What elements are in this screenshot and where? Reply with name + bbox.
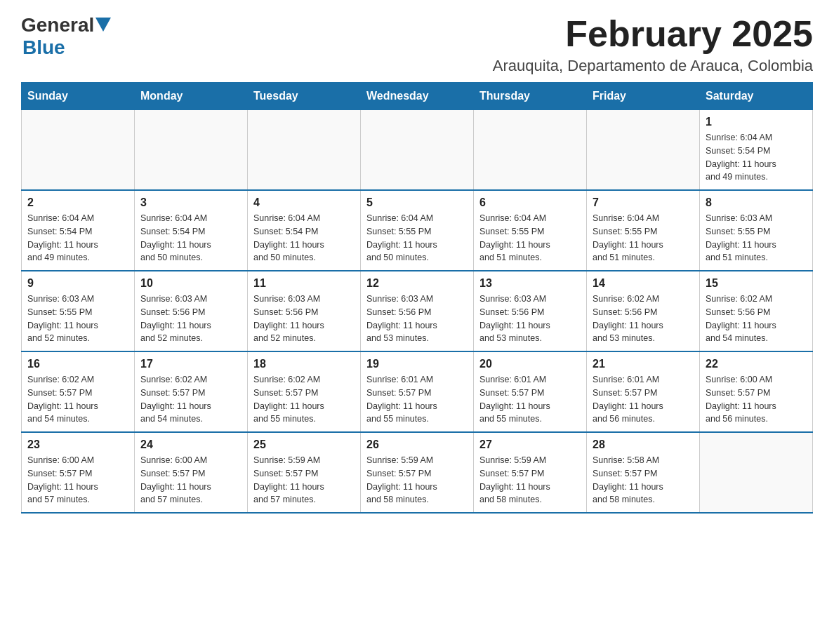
calendar-cell: 5Sunrise: 6:04 AM Sunset: 5:55 PM Daylig… bbox=[361, 190, 474, 271]
calendar-cell: 6Sunrise: 6:04 AM Sunset: 5:55 PM Daylig… bbox=[474, 190, 587, 271]
calendar-cell: 14Sunrise: 6:02 AM Sunset: 5:56 PM Dayli… bbox=[587, 271, 700, 351]
calendar-cell: 22Sunrise: 6:00 AM Sunset: 5:57 PM Dayli… bbox=[700, 351, 813, 432]
day-info: Sunrise: 6:00 AM Sunset: 5:57 PM Dayligh… bbox=[140, 454, 241, 507]
calendar-cell: 3Sunrise: 6:04 AM Sunset: 5:54 PM Daylig… bbox=[135, 190, 248, 271]
day-info: Sunrise: 6:04 AM Sunset: 5:54 PM Dayligh… bbox=[706, 131, 807, 184]
day-number: 8 bbox=[706, 196, 807, 209]
day-info: Sunrise: 6:01 AM Sunset: 5:57 PM Dayligh… bbox=[479, 373, 581, 426]
day-info: Sunrise: 6:00 AM Sunset: 5:57 PM Dayligh… bbox=[706, 373, 807, 426]
day-number: 28 bbox=[593, 438, 694, 451]
calendar-week-row: 16Sunrise: 6:02 AM Sunset: 5:57 PM Dayli… bbox=[22, 351, 813, 432]
day-number: 17 bbox=[140, 358, 241, 370]
day-number: 3 bbox=[140, 196, 241, 209]
day-number: 23 bbox=[27, 438, 128, 451]
day-number: 7 bbox=[593, 196, 694, 209]
logo-arrow-icon bbox=[95, 18, 111, 32]
day-info: Sunrise: 6:03 AM Sunset: 5:55 PM Dayligh… bbox=[27, 293, 128, 345]
day-number: 19 bbox=[366, 358, 468, 370]
day-info: Sunrise: 5:59 AM Sunset: 5:57 PM Dayligh… bbox=[366, 454, 468, 507]
calendar-cell: 25Sunrise: 5:59 AM Sunset: 5:57 PM Dayli… bbox=[248, 432, 361, 513]
weekday-header-tuesday: Tuesday bbox=[248, 83, 361, 110]
day-info: Sunrise: 6:03 AM Sunset: 5:56 PM Dayligh… bbox=[253, 293, 355, 345]
calendar-week-row: 1Sunrise: 6:04 AM Sunset: 5:54 PM Daylig… bbox=[22, 110, 813, 191]
calendar-cell bbox=[587, 110, 700, 191]
calendar-cell bbox=[700, 432, 813, 513]
day-info: Sunrise: 6:04 AM Sunset: 5:55 PM Dayligh… bbox=[593, 212, 694, 264]
calendar-cell: 24Sunrise: 6:00 AM Sunset: 5:57 PM Dayli… bbox=[135, 432, 248, 513]
day-info: Sunrise: 6:03 AM Sunset: 5:56 PM Dayligh… bbox=[140, 293, 241, 345]
day-number: 16 bbox=[27, 358, 128, 370]
day-info: Sunrise: 6:02 AM Sunset: 5:57 PM Dayligh… bbox=[140, 373, 241, 426]
calendar-cell bbox=[361, 110, 474, 191]
day-info: Sunrise: 5:59 AM Sunset: 5:57 PM Dayligh… bbox=[479, 454, 581, 507]
day-number: 10 bbox=[140, 277, 241, 290]
day-number: 9 bbox=[27, 277, 128, 290]
day-info: Sunrise: 6:01 AM Sunset: 5:57 PM Dayligh… bbox=[593, 373, 694, 426]
calendar-cell: 11Sunrise: 6:03 AM Sunset: 5:56 PM Dayli… bbox=[248, 271, 361, 351]
calendar-cell: 9Sunrise: 6:03 AM Sunset: 5:55 PM Daylig… bbox=[22, 271, 135, 351]
day-number: 2 bbox=[27, 196, 128, 209]
day-number: 13 bbox=[479, 277, 581, 290]
logo-blue-text: Blue bbox=[22, 36, 65, 59]
calendar-week-row: 9Sunrise: 6:03 AM Sunset: 5:55 PM Daylig… bbox=[22, 271, 813, 351]
day-info: Sunrise: 6:00 AM Sunset: 5:57 PM Dayligh… bbox=[27, 454, 128, 507]
svg-marker-0 bbox=[95, 18, 111, 32]
calendar-header-row: SundayMondayTuesdayWednesdayThursdayFrid… bbox=[22, 83, 813, 110]
calendar-cell: 12Sunrise: 6:03 AM Sunset: 5:56 PM Dayli… bbox=[361, 271, 474, 351]
day-number: 20 bbox=[479, 358, 581, 370]
day-number: 18 bbox=[253, 358, 355, 370]
day-info: Sunrise: 6:03 AM Sunset: 5:55 PM Dayligh… bbox=[706, 212, 807, 264]
day-number: 15 bbox=[706, 277, 807, 290]
day-info: Sunrise: 6:01 AM Sunset: 5:57 PM Dayligh… bbox=[366, 373, 468, 426]
calendar-cell: 15Sunrise: 6:02 AM Sunset: 5:56 PM Dayli… bbox=[700, 271, 813, 351]
calendar-cell bbox=[22, 110, 135, 191]
calendar-cell: 28Sunrise: 5:58 AM Sunset: 5:57 PM Dayli… bbox=[587, 432, 700, 513]
calendar-cell: 20Sunrise: 6:01 AM Sunset: 5:57 PM Dayli… bbox=[474, 351, 587, 432]
calendar-cell: 17Sunrise: 6:02 AM Sunset: 5:57 PM Dayli… bbox=[135, 351, 248, 432]
calendar-cell: 13Sunrise: 6:03 AM Sunset: 5:56 PM Dayli… bbox=[474, 271, 587, 351]
calendar-cell: 27Sunrise: 5:59 AM Sunset: 5:57 PM Dayli… bbox=[474, 432, 587, 513]
calendar-week-row: 23Sunrise: 6:00 AM Sunset: 5:57 PM Dayli… bbox=[22, 432, 813, 513]
day-number: 24 bbox=[140, 438, 241, 451]
calendar-cell: 2Sunrise: 6:04 AM Sunset: 5:54 PM Daylig… bbox=[22, 190, 135, 271]
day-info: Sunrise: 5:59 AM Sunset: 5:57 PM Dayligh… bbox=[253, 454, 355, 507]
calendar-cell: 16Sunrise: 6:02 AM Sunset: 5:57 PM Dayli… bbox=[22, 351, 135, 432]
weekday-header-friday: Friday bbox=[587, 83, 700, 110]
calendar-cell: 10Sunrise: 6:03 AM Sunset: 5:56 PM Dayli… bbox=[135, 271, 248, 351]
logo: General Blue bbox=[21, 14, 111, 59]
calendar-cell: 21Sunrise: 6:01 AM Sunset: 5:57 PM Dayli… bbox=[587, 351, 700, 432]
day-info: Sunrise: 6:04 AM Sunset: 5:55 PM Dayligh… bbox=[479, 212, 581, 264]
logo-general-text: General bbox=[21, 14, 94, 36]
weekday-header-saturday: Saturday bbox=[700, 83, 813, 110]
day-info: Sunrise: 6:04 AM Sunset: 5:55 PM Dayligh… bbox=[366, 212, 468, 264]
calendar-week-row: 2Sunrise: 6:04 AM Sunset: 5:54 PM Daylig… bbox=[22, 190, 813, 271]
weekday-header-monday: Monday bbox=[135, 83, 248, 110]
day-info: Sunrise: 6:02 AM Sunset: 5:56 PM Dayligh… bbox=[593, 293, 694, 345]
day-info: Sunrise: 6:02 AM Sunset: 5:57 PM Dayligh… bbox=[27, 373, 128, 426]
day-number: 27 bbox=[479, 438, 581, 451]
page-subtitle: Arauquita, Departamento de Arauca, Colom… bbox=[493, 57, 813, 75]
day-number: 22 bbox=[706, 358, 807, 370]
day-info: Sunrise: 5:58 AM Sunset: 5:57 PM Dayligh… bbox=[593, 454, 694, 507]
day-number: 1 bbox=[706, 116, 807, 128]
calendar-cell: 4Sunrise: 6:04 AM Sunset: 5:54 PM Daylig… bbox=[248, 190, 361, 271]
weekday-header-wednesday: Wednesday bbox=[361, 83, 474, 110]
day-info: Sunrise: 6:02 AM Sunset: 5:57 PM Dayligh… bbox=[253, 373, 355, 426]
day-info: Sunrise: 6:03 AM Sunset: 5:56 PM Dayligh… bbox=[479, 293, 581, 345]
day-info: Sunrise: 6:03 AM Sunset: 5:56 PM Dayligh… bbox=[366, 293, 468, 345]
calendar-cell: 18Sunrise: 6:02 AM Sunset: 5:57 PM Dayli… bbox=[248, 351, 361, 432]
calendar-cell: 26Sunrise: 5:59 AM Sunset: 5:57 PM Dayli… bbox=[361, 432, 474, 513]
day-info: Sunrise: 6:04 AM Sunset: 5:54 PM Dayligh… bbox=[27, 212, 128, 264]
day-info: Sunrise: 6:02 AM Sunset: 5:56 PM Dayligh… bbox=[706, 293, 807, 345]
calendar-cell: 19Sunrise: 6:01 AM Sunset: 5:57 PM Dayli… bbox=[361, 351, 474, 432]
day-number: 26 bbox=[366, 438, 468, 451]
page-title: February 2025 bbox=[493, 14, 813, 54]
day-info: Sunrise: 6:04 AM Sunset: 5:54 PM Dayligh… bbox=[253, 212, 355, 264]
calendar-cell bbox=[474, 110, 587, 191]
day-number: 5 bbox=[366, 196, 468, 209]
day-info: Sunrise: 6:04 AM Sunset: 5:54 PM Dayligh… bbox=[140, 212, 241, 264]
calendar-cell bbox=[248, 110, 361, 191]
calendar-cell bbox=[135, 110, 248, 191]
day-number: 4 bbox=[253, 196, 355, 209]
weekday-header-sunday: Sunday bbox=[22, 83, 135, 110]
